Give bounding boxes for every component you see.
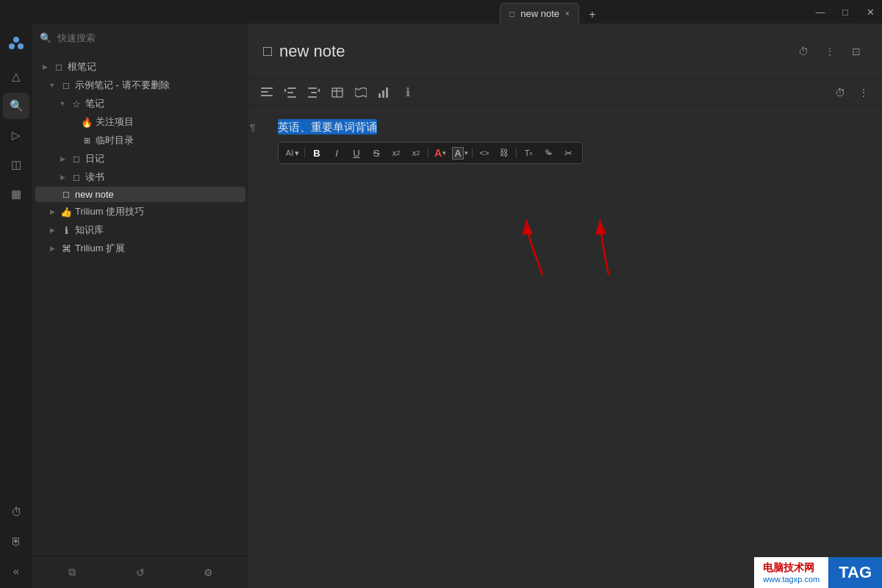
folder-icon: □ xyxy=(53,62,65,73)
sidebar-search-btn[interactable]: 🔍 xyxy=(3,93,29,119)
info-icon: ℹ xyxy=(60,225,72,236)
sidebar-map-btn[interactable]: ◫ xyxy=(3,151,29,178)
underline-btn[interactable]: U xyxy=(347,144,366,162)
tree-item-notes[interactable]: ▼ ☆ 笔记 xyxy=(35,95,245,112)
remove-format-btn[interactable]: ✎̶ xyxy=(539,144,558,162)
font-color-btn[interactable]: A ▾ xyxy=(431,144,450,162)
minimize-btn[interactable]: — xyxy=(808,0,832,24)
svg-rect-12 xyxy=(308,96,317,98)
tree-area: ▶ □ 根笔记 ▼ □ 示例笔记 - 请不要删除 ▼ ☆ 笔记 xyxy=(32,53,248,556)
note-title-icon: □ xyxy=(263,43,272,60)
svg-point-1 xyxy=(9,43,15,49)
superscript-btn[interactable]: x2 xyxy=(387,144,406,162)
tab-new-note[interactable]: □ new note × xyxy=(500,3,579,24)
sidebar-calendar-btn[interactable]: ▦ xyxy=(3,181,29,207)
svg-rect-7 xyxy=(287,92,293,93)
arrow-icon: ▶ xyxy=(40,63,50,71)
version-history-btn[interactable]: ⏱ xyxy=(829,82,851,103)
tree-item-temp-toc[interactable]: ⊞ 临时目录 xyxy=(35,132,245,149)
bold-btn[interactable]: B xyxy=(307,144,326,162)
sidebar-top: △ 🔍 ▷ ◫ ▦ ⏱ ⛨ « 🔍 xyxy=(0,24,248,588)
tree-item-label: Trilium 使用技巧 xyxy=(75,205,241,218)
window-controls: — □ ✕ xyxy=(808,0,882,24)
cmd-icon: ⌘ xyxy=(60,243,72,254)
sidebar-collapse-btn[interactable]: « xyxy=(3,557,29,584)
code-btn[interactable]: <> xyxy=(475,144,494,162)
tree-item-reading[interactable]: ▶ □ 读书 xyxy=(35,168,245,186)
history-btn[interactable]: ⏱ xyxy=(792,40,814,62)
thumbsup-icon: 👍 xyxy=(60,207,72,218)
arrow-icon: ▶ xyxy=(57,173,68,181)
ai-label: AI xyxy=(286,148,293,157)
tree-item-example-nb[interactable]: ▼ □ 示例笔记 - 请不要删除 xyxy=(35,76,245,94)
align-btn[interactable] xyxy=(256,82,278,103)
svg-marker-9 xyxy=(284,88,287,93)
brand-icon[interactable] xyxy=(3,29,29,56)
separator xyxy=(472,148,473,158)
tree-item-diary[interactable]: ▶ □ 日记 xyxy=(35,150,245,168)
table-btn[interactable] xyxy=(326,82,348,103)
sidebar-shield-btn[interactable]: ⛨ xyxy=(3,528,29,554)
svg-rect-10 xyxy=(308,87,317,89)
highlight-btn[interactable]: A ▾ xyxy=(451,144,470,162)
info-btn[interactable]: ℹ xyxy=(397,82,419,103)
subscript-btn[interactable]: x2 xyxy=(406,144,426,162)
sidebar-history-btn[interactable]: ⏱ xyxy=(3,498,29,525)
svg-rect-14 xyxy=(332,88,343,97)
svg-point-0 xyxy=(13,37,19,43)
tree-item-knowledge[interactable]: ▶ ℹ 知识库 xyxy=(35,221,245,239)
toc-icon: ⊞ xyxy=(81,136,93,146)
tab-close-btn[interactable]: × xyxy=(565,10,570,18)
sidebar-send-btn[interactable]: ▷ xyxy=(3,122,29,148)
refresh-btn[interactable]: ↺ xyxy=(129,561,152,584)
chart-btn[interactable] xyxy=(373,82,395,103)
svg-rect-20 xyxy=(386,87,388,98)
indent-left-btn[interactable] xyxy=(279,82,301,103)
search-input[interactable] xyxy=(57,32,241,43)
arrow-icon: ▼ xyxy=(57,100,68,107)
tree-item-root[interactable]: ▶ □ 根笔记 xyxy=(35,58,245,76)
arrow-icon: ▶ xyxy=(57,155,68,162)
expand-btn[interactable]: ⊡ xyxy=(845,40,867,62)
note-more-btn[interactable]: ⋮ xyxy=(853,82,875,103)
ai-format-btn[interactable]: AI ▾ xyxy=(283,144,302,162)
tree-item-label: 根笔记 xyxy=(68,60,241,74)
more-options-btn[interactable]: ⋮ xyxy=(819,40,841,62)
clear-format-btn[interactable]: Tx xyxy=(519,144,538,162)
settings-btn[interactable]: ⚙ xyxy=(197,561,220,584)
map-btn[interactable] xyxy=(350,82,372,103)
note-header-actions: ⏱ ⋮ ⊡ xyxy=(792,40,867,62)
arrow-icon: ▼ xyxy=(47,82,57,89)
separator xyxy=(304,148,305,158)
sidebar-home-btn[interactable]: △ xyxy=(3,63,29,90)
svg-rect-6 xyxy=(287,87,296,89)
tree-item-attention[interactable]: 🔥 关注项目 xyxy=(35,113,245,131)
watermark-tag: TAG xyxy=(828,557,882,588)
tree-item-trilium-ext[interactable]: ▶ ⌘ Trilium 扩展 xyxy=(35,240,245,257)
tree-item-trilium-tips[interactable]: ▶ 👍 Trilium 使用技巧 xyxy=(35,203,245,220)
new-tab-btn[interactable]: + xyxy=(584,6,601,24)
note-toolbar: ℹ ⏱ ⋮ xyxy=(248,79,882,106)
watermark-line1: 电脑技术网 xyxy=(763,562,820,575)
tree-item-new-note[interactable]: □ new note xyxy=(35,187,245,202)
scissor-btn[interactable]: ✂ xyxy=(559,144,578,162)
title-bar: □ new note × + — □ ✕ xyxy=(0,0,882,24)
folder-icon: □ xyxy=(60,80,72,91)
indent-right-btn[interactable] xyxy=(303,82,325,103)
main-layout: △ 🔍 ▷ ◫ ▦ ⏱ ⛨ « 🔍 xyxy=(0,24,882,588)
note-content[interactable]: ¶ 英语、重要单词背诵 AI ▾ B I U S x2 xyxy=(248,106,882,588)
close-btn[interactable]: ✕ xyxy=(858,0,882,24)
note-header: □ new note ⏱ ⋮ ⊡ xyxy=(248,24,882,79)
note-title: new note xyxy=(279,42,345,61)
link-btn[interactable]: ⛓ xyxy=(495,144,514,162)
layers-btn[interactable]: ⧉ xyxy=(60,561,84,584)
tree-item-label: 示例笔记 - 请不要删除 xyxy=(75,79,241,92)
maximize-btn[interactable]: □ xyxy=(833,0,857,24)
heading-marker: ¶ xyxy=(250,122,255,133)
svg-rect-4 xyxy=(261,91,268,93)
svg-rect-18 xyxy=(379,93,381,98)
italic-btn[interactable]: I xyxy=(327,144,346,162)
svg-point-2 xyxy=(18,43,24,49)
strikethrough-btn[interactable]: S xyxy=(367,144,386,162)
selected-text[interactable]: 英语、重要单词背诵 xyxy=(278,119,377,135)
